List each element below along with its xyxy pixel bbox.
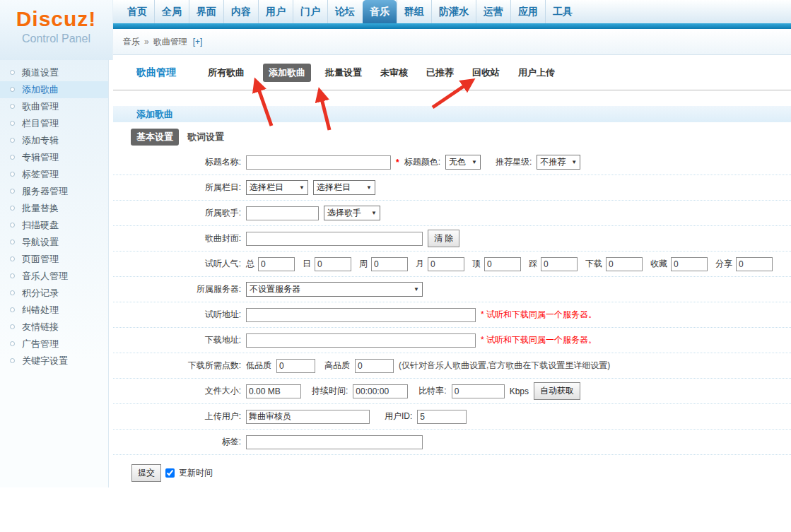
- title-input[interactable]: [246, 155, 391, 170]
- row-title: 标题名称: * 标题颜色: 无色▼ 推荐星级: 不推荐▼: [113, 150, 791, 175]
- column-select-2[interactable]: 选择栏目▼: [313, 180, 375, 195]
- row-column: 所属栏目: 选择栏目▼ 选择栏目▼: [113, 175, 791, 201]
- update-time-checkbox[interactable]: [165, 468, 175, 478]
- sidebar-item-album-management[interactable]: 专辑管理: [0, 149, 108, 166]
- nav-item-interface[interactable]: 界面: [189, 0, 223, 23]
- sidebar-item-batch-replace[interactable]: 批量替换: [0, 200, 108, 217]
- stat-down-label: 踩: [529, 258, 537, 270]
- tab-unreviewed[interactable]: 未审核: [380, 66, 408, 79]
- sidebar-item-musician-management[interactable]: 音乐人管理: [0, 268, 108, 285]
- nav-item-content[interactable]: 内容: [223, 0, 258, 23]
- tags-input[interactable]: [246, 435, 423, 449]
- nav-item-antispam[interactable]: 防灌水: [431, 0, 476, 23]
- row-download-url: 下载地址: * 试听和下载同属一个服务器。: [113, 328, 791, 353]
- page-tabs-row: 歌曲管理 所有歌曲 添加歌曲 批量设置 未审核 已推荐 回收站 用户上传: [113, 55, 791, 90]
- file-size-input[interactable]: [246, 384, 301, 398]
- tab-user-upload[interactable]: 用户上传: [518, 66, 555, 79]
- subtab-lyric-settings[interactable]: 歌词设置: [187, 131, 224, 143]
- nav-item-user[interactable]: 用户: [258, 0, 293, 23]
- sidebar-item-server-management[interactable]: 服务器管理: [0, 183, 108, 200]
- auto-fetch-button[interactable]: 自动获取: [534, 382, 580, 400]
- stat-day-input[interactable]: [315, 257, 351, 271]
- singer-select[interactable]: 选择歌手▼: [324, 206, 380, 220]
- sidebar-item-tag-management[interactable]: 标签管理: [0, 166, 108, 183]
- sidebar-item-points-log[interactable]: 积分记录: [0, 285, 108, 302]
- duration-input[interactable]: [353, 384, 408, 398]
- tab-recycle-bin[interactable]: 回收站: [472, 66, 500, 79]
- stat-up-input[interactable]: [484, 257, 521, 271]
- breadcrumb-expand-toggle[interactable]: [+]: [193, 37, 203, 47]
- stat-month-input[interactable]: [428, 257, 464, 271]
- sidebar-item-add-song[interactable]: 添加歌曲: [0, 81, 108, 98]
- row-listen-url: 试听地址: * 试听和下载同属一个服务器。: [113, 302, 791, 328]
- section-title: 添加歌曲: [113, 106, 791, 122]
- chevron-down-icon: ▼: [571, 159, 577, 165]
- sidebar-item-column-management[interactable]: 栏目管理: [0, 115, 108, 132]
- bullet-icon: [10, 172, 15, 177]
- singer-input[interactable]: [246, 206, 319, 220]
- listen-url-input[interactable]: [246, 308, 476, 322]
- download-url-input[interactable]: [246, 333, 476, 348]
- title-color-select[interactable]: 无色▼: [445, 155, 481, 170]
- nav-item-operation[interactable]: 运营: [476, 0, 510, 23]
- row-server: 所属服务器: 不设置服务器▼: [113, 277, 791, 302]
- required-asterisk: *: [396, 158, 399, 167]
- stat-favorite-label: 收藏: [650, 258, 667, 270]
- uploader-label: 上传用户:: [113, 410, 241, 422]
- server-select[interactable]: 不设置服务器▼: [246, 282, 423, 297]
- nav-item-home[interactable]: 首页: [120, 0, 154, 23]
- tab-all-songs[interactable]: 所有歌曲: [208, 66, 245, 79]
- sidebar-item-keyword-settings[interactable]: 关键字设置: [0, 353, 108, 370]
- tab-add-song[interactable]: 添加歌曲: [263, 64, 311, 82]
- stat-download-input[interactable]: [606, 257, 643, 271]
- page-title: 歌曲管理: [136, 66, 176, 79]
- sidebar-item-error-correction[interactable]: 纠错处理: [0, 302, 108, 319]
- subtab-basic-settings[interactable]: 基本设置: [131, 129, 179, 146]
- high-quality-input[interactable]: [355, 359, 394, 373]
- nav-item-application[interactable]: 应用: [510, 0, 545, 23]
- star-label: 推荐星级:: [496, 156, 532, 168]
- submit-button[interactable]: 提交: [131, 464, 161, 482]
- bitrate-input[interactable]: [452, 384, 505, 398]
- stat-favorite-input[interactable]: [671, 257, 708, 271]
- stat-down-input[interactable]: [541, 257, 578, 271]
- bitrate-label: 比特率:: [418, 385, 446, 397]
- sidebar-item-scan-disk[interactable]: 扫描硬盘: [0, 217, 108, 234]
- bullet-icon: [10, 273, 15, 278]
- uploader-input[interactable]: [246, 410, 370, 424]
- stat-total-input[interactable]: [258, 257, 295, 271]
- bullet-icon: [10, 341, 15, 346]
- sidebar-item-song-management[interactable]: 歌曲管理: [0, 98, 108, 115]
- sidebar-item-nav-settings[interactable]: 导航设置: [0, 234, 108, 251]
- tab-batch-settings[interactable]: 批量设置: [325, 66, 362, 79]
- tab-recommended[interactable]: 已推荐: [426, 66, 454, 79]
- stat-share-input[interactable]: [736, 257, 773, 271]
- breadcrumb-separator: »: [144, 37, 149, 47]
- star-select[interactable]: 不推荐▼: [537, 155, 580, 170]
- sidebar-item-add-album[interactable]: 添加专辑: [0, 132, 108, 149]
- stat-week-input[interactable]: [371, 257, 408, 271]
- bullet-icon: [10, 290, 15, 295]
- top-navigation: 首页 全局 界面 内容 用户 门户 论坛 音乐 群组 防灌水 运营 应用 工具: [113, 0, 791, 23]
- chevron-down-icon: ▼: [366, 184, 372, 191]
- sidebar-item-ad-management[interactable]: 广告管理: [0, 336, 108, 353]
- uid-input[interactable]: [417, 410, 467, 424]
- nav-item-group[interactable]: 群组: [397, 0, 431, 23]
- chevron-down-icon: ▼: [299, 184, 305, 191]
- bullet-icon: [10, 307, 15, 312]
- column-select-1[interactable]: 选择栏目▼: [246, 180, 308, 195]
- nav-item-forum[interactable]: 论坛: [327, 0, 362, 23]
- nav-item-portal[interactable]: 门户: [293, 0, 327, 23]
- main-content: 歌曲管理 所有歌曲 添加歌曲 批量设置 未审核 已推荐 回收站 用户上传 添加歌…: [113, 55, 791, 482]
- nav-item-tools[interactable]: 工具: [545, 0, 580, 23]
- breadcrumb-section[interactable]: 音乐: [123, 36, 140, 48]
- nav-item-global[interactable]: 全局: [154, 0, 189, 23]
- clear-cover-button[interactable]: 清 除: [428, 230, 459, 247]
- chevron-down-icon: ▼: [371, 210, 377, 216]
- breadcrumb-page[interactable]: 歌曲管理: [153, 36, 187, 48]
- cover-input[interactable]: [246, 232, 423, 246]
- sidebar-item-friend-links[interactable]: 友情链接: [0, 319, 108, 336]
- sidebar-item-channel-settings[interactable]: 频道设置: [0, 64, 108, 81]
- sidebar-item-page-management[interactable]: 页面管理: [0, 251, 108, 268]
- low-quality-input[interactable]: [276, 359, 315, 373]
